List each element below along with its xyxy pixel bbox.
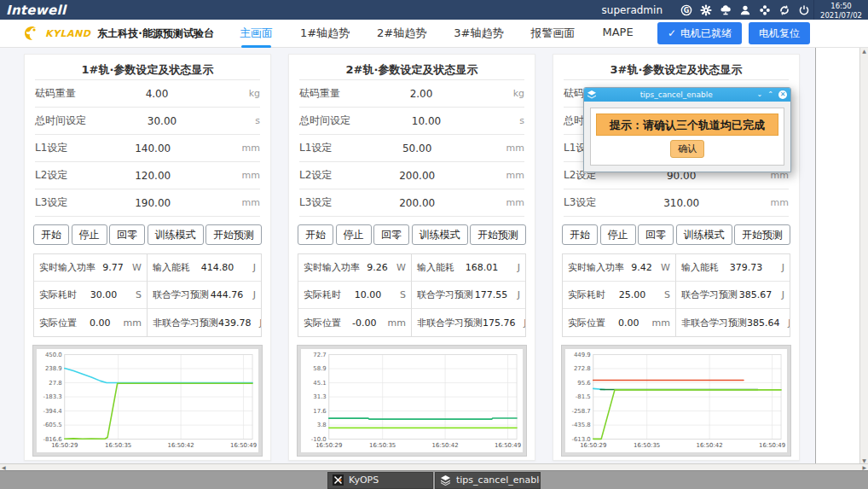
- status-value: 385.67: [738, 289, 773, 300]
- scroll-down-arrow[interactable]: ▼: [862, 457, 866, 463]
- param-value-field[interactable]: 30.00: [86, 115, 238, 127]
- param-unit: mm: [502, 170, 524, 181]
- clock-time: 16:50: [814, 2, 868, 11]
- apps-cluster-icon[interactable]: [755, 0, 774, 20]
- param-label: L3设定: [564, 195, 596, 210]
- panel-title: 2#轨·参数设定及状态显示: [289, 62, 535, 79]
- tab-2[interactable]: 1#轴趋势: [300, 26, 350, 41]
- tab-4[interactable]: 3#轴趋势: [454, 26, 503, 41]
- tab-6[interactable]: MAPE: [602, 26, 633, 41]
- param-value-field[interactable]: 120.00: [67, 170, 238, 182]
- confirm-button[interactable]: 确认: [670, 140, 704, 158]
- kyops-icon: [333, 474, 344, 486]
- app-title: 东土科技·能源预测试验台: [97, 26, 214, 41]
- tab-5[interactable]: 报警画面: [530, 26, 575, 41]
- stop-button[interactable]: 停止: [600, 224, 636, 245]
- param-row: L1设定50.00mm: [299, 135, 524, 162]
- os-taskbar: KyOPStips_cancel_enable: [0, 470, 868, 489]
- start-predict-button[interactable]: 开始预测: [470, 224, 526, 245]
- param-value-field[interactable]: 200.00: [332, 197, 502, 209]
- param-value-field[interactable]: 310.00: [596, 197, 767, 209]
- trend-chart: 72.758.945.131.317.63.8-10.016:50:2916:5…: [298, 346, 526, 456]
- kyland-bird-icon: [22, 26, 43, 41]
- start-button[interactable]: 开始: [562, 224, 598, 245]
- status-cell: 非联合学习预测385.64J: [676, 309, 790, 336]
- status-label: 实时输入功率: [304, 261, 360, 274]
- start-button[interactable]: 开始: [298, 224, 333, 245]
- vertical-scrollbar[interactable]: ▲ ▼: [859, 48, 868, 463]
- start-predict-button[interactable]: 开始预测: [205, 224, 262, 245]
- param-value-field[interactable]: 140.00: [67, 143, 238, 154]
- stop-button[interactable]: 停止: [336, 224, 372, 245]
- param-value-field[interactable]: 10.00: [350, 115, 502, 127]
- status-table: 实时输入功率9.77W输入能耗414.80J实际耗时30.00S联合学习预测44…: [33, 253, 262, 337]
- status-cell: 输入能耗414.80J: [148, 254, 261, 282]
- status-unit: J: [509, 262, 520, 273]
- scroll-left-arrow[interactable]: ◀: [2, 464, 6, 470]
- status-cell: 实时输入功率9.77W: [34, 254, 148, 282]
- status-value: 414.80: [190, 262, 245, 273]
- kyland-brand-name: KYLAND: [45, 28, 90, 39]
- svg-text:16:50:29: 16:50:29: [580, 442, 606, 449]
- dialog-window-controls: ⌄ ⌃ ✕: [757, 90, 787, 99]
- status-value: 379.73: [719, 262, 773, 273]
- tab-1[interactable]: 主画面: [240, 26, 273, 41]
- svg-text:272.8: 272.8: [574, 365, 591, 372]
- svg-text:27.8: 27.8: [49, 380, 61, 387]
- param-unit: mm: [767, 197, 789, 208]
- sync-icon[interactable]: [774, 0, 794, 20]
- param-value-field[interactable]: 4.00: [76, 88, 238, 100]
- train-mode-button[interactable]: 训练模式: [412, 224, 468, 245]
- status-label: 联合学习预测: [417, 288, 473, 301]
- nav-tabs: 主画面1#轴趋势2#轴趋势3#轴趋势报警画面MAPE: [240, 26, 634, 41]
- return-zero-button[interactable]: 回零: [109, 224, 145, 245]
- svg-text:G: G: [683, 7, 689, 15]
- svg-text:16:50:49: 16:50:49: [759, 442, 785, 449]
- status-value: 177.55: [473, 289, 509, 300]
- motor-ready-button[interactable]: ✓ 电机已就绪: [657, 22, 742, 44]
- status-label: 实际位置: [39, 317, 77, 329]
- dialog-title-bar[interactable]: tips_cancel_enable ⌄ ⌃ ✕: [584, 88, 790, 102]
- scroll-right-arrow[interactable]: ▶: [862, 464, 866, 470]
- param-value-field[interactable]: 200.00: [332, 170, 502, 182]
- param-value-field[interactable]: 190.00: [67, 197, 238, 209]
- param-value-field[interactable]: 2.00: [340, 88, 502, 100]
- return-zero-button[interactable]: 回零: [373, 224, 409, 245]
- status-cell: 非联合学习预测439.78J: [148, 309, 261, 336]
- return-zero-button[interactable]: 回零: [638, 224, 674, 245]
- power-icon[interactable]: [794, 0, 813, 20]
- param-row: L3设定200.00mm: [299, 189, 524, 217]
- param-unit: mm: [238, 143, 260, 154]
- minimize-icon[interactable]: ⌄: [757, 91, 763, 98]
- scroll-up-arrow[interactable]: ▲: [862, 48, 866, 54]
- train-mode-button[interactable]: 训练模式: [676, 224, 732, 245]
- svg-text:-605.5: -605.5: [43, 422, 61, 428]
- license-icon[interactable]: G: [676, 0, 696, 20]
- close-icon[interactable]: ✕: [778, 90, 787, 99]
- status-value: 385.64: [747, 317, 780, 329]
- stop-button[interactable]: 停止: [72, 224, 107, 245]
- svg-text:72.7: 72.7: [313, 352, 326, 358]
- svg-text:16:50:35: 16:50:35: [369, 442, 396, 449]
- svg-text:95.6: 95.6: [577, 380, 590, 387]
- start-button[interactable]: 开始: [33, 224, 69, 245]
- user-icon[interactable]: [735, 0, 755, 20]
- param-row: 总时间设定10.00s: [299, 108, 524, 135]
- horizontal-scrollbar[interactable]: ◀ ▶: [0, 463, 868, 470]
- settings-gear-icon[interactable]: [696, 0, 715, 20]
- motor-ready-label: 电机已就绪: [680, 26, 732, 41]
- tab-3[interactable]: 2#轴趋势: [377, 26, 426, 41]
- start-predict-button[interactable]: 开始预测: [734, 224, 790, 245]
- motor-buttons: ✓ 电机已就绪 电机复位: [657, 22, 810, 44]
- svg-text:16:50:49: 16:50:49: [230, 442, 257, 449]
- status-cell: 实际耗时25.00S: [563, 282, 676, 309]
- status-unit: mm: [388, 317, 406, 329]
- status-label: 实际耗时: [39, 288, 77, 301]
- motor-reset-button[interactable]: 电机复位: [749, 22, 810, 44]
- cloud-icon[interactable]: [715, 0, 735, 20]
- taskbar-item-1[interactable]: KyOPS: [327, 472, 433, 489]
- param-value-field[interactable]: 50.00: [332, 143, 502, 154]
- train-mode-button[interactable]: 训练模式: [148, 224, 204, 245]
- maximize-icon[interactable]: ⌃: [767, 91, 773, 98]
- taskbar-item-2[interactable]: tips_cancel_enable: [435, 472, 541, 489]
